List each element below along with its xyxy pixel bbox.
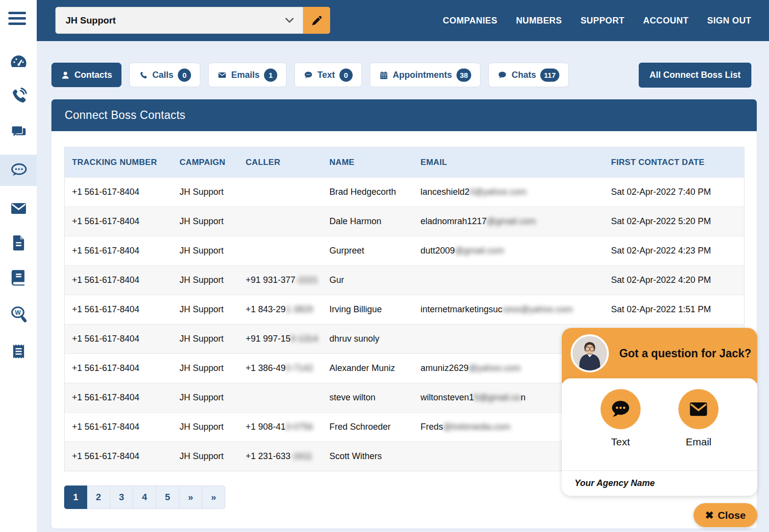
cell-email: eladnomrah1217@gmail.com	[413, 207, 604, 236]
cell-caller: +1 908-413-0756	[239, 413, 322, 442]
page-button-1[interactable]: 1	[64, 486, 87, 509]
sidebar-item-text-sms[interactable]	[0, 155, 37, 186]
sidebar-item-chat-messages[interactable]	[0, 117, 37, 147]
all-connect-boss-list-button[interactable]: All Connect Boss List	[639, 63, 751, 88]
panel-title: Connect Boss Contacts	[51, 99, 757, 131]
page-button-4[interactable]: 4	[133, 486, 156, 509]
table-row[interactable]: +1 561-617-8404JH Support+91 931-377-222…	[65, 266, 745, 295]
calendar-icon	[379, 70, 388, 80]
table-row[interactable]: +1 561-617-8404JH SupportGurpreetdutt200…	[65, 236, 745, 266]
cell-name: Dale Harmon	[322, 207, 413, 236]
cell-name: Alexander Muniz	[322, 354, 413, 383]
tab-badge: 1	[264, 69, 277, 82]
company-select[interactable]: JH Support	[55, 7, 303, 34]
tab-chats[interactable]: Chats 117	[488, 63, 568, 87]
chevron-down-icon	[285, 18, 294, 23]
email-action-label: Email	[686, 436, 712, 448]
cell-name: Scott Withers	[322, 442, 413, 471]
chat-widget-title: Got a question for Jack?	[617, 328, 754, 379]
sidebar-item-contacts-book[interactable]	[0, 262, 37, 292]
cell-campaign: JH Support	[172, 295, 239, 324]
nav-support[interactable]: SUPPORT	[580, 16, 625, 26]
edit-company-button[interactable]	[303, 7, 330, 34]
tab-badge: 38	[457, 69, 472, 82]
col-first-contact-date: FIRST CONTACT DATE	[604, 147, 745, 178]
agency-name: Your Agency Name	[562, 470, 757, 496]
cell-campaign: JH Support	[172, 413, 239, 442]
sidebar-item-dashboard[interactable]	[0, 47, 37, 76]
page-button-3[interactable]: 3	[110, 486, 133, 509]
envelope-icon	[688, 398, 709, 420]
page-button-»[interactable]: »	[202, 486, 225, 509]
cell-caller	[239, 236, 322, 266]
page-button-2[interactable]: 2	[87, 486, 110, 509]
tab-label: Text	[317, 70, 335, 80]
tab-contacts[interactable]: Contacts	[51, 63, 121, 87]
cell-tracking-number: +1 561-617-8404	[65, 178, 172, 207]
chat-widget-header: Got a question for Jack?	[562, 328, 757, 383]
cell-caller	[239, 207, 322, 236]
col-email: EMAIL	[413, 147, 604, 178]
top-navigation: COMPANIES NUMBERS SUPPORT ACCOUNT SIGN O…	[443, 0, 751, 41]
book-icon	[9, 268, 28, 286]
cell-name: Fred Schroeder	[322, 413, 413, 442]
chat-close-button[interactable]: ✖ Close	[694, 503, 757, 527]
tab-appointments[interactable]: Appointments 38	[370, 63, 481, 87]
cell-caller	[239, 383, 322, 413]
hamburger-menu-icon[interactable]	[8, 12, 28, 29]
cell-caller: +91 931-377-2221	[239, 266, 322, 295]
cell-date: Sat 02-Apr-2022 4:23 PM	[604, 236, 745, 266]
tab-emails[interactable]: Emails 1	[208, 63, 287, 87]
col-tracking-number: TRACKING NUMBER	[65, 147, 172, 178]
cell-tracking-number: +1 561-617-8404	[65, 236, 172, 266]
phone-icon	[139, 70, 148, 80]
cell-email: dutt2009@gmail.com	[413, 236, 604, 266]
sms-bubble-icon	[9, 161, 28, 180]
page-button-»[interactable]: »	[179, 486, 202, 509]
app-window: JH Support COMPANIES NUMBERS SUPPORT ACC…	[0, 0, 769, 532]
cell-email: internetmarketingsuccess@yahoo.com	[413, 295, 604, 324]
keyword-search-icon: W	[9, 305, 28, 324]
cell-email	[413, 266, 604, 295]
cell-name: Gur	[322, 266, 413, 295]
chat-actions: Text Email	[562, 389, 757, 448]
cell-caller	[239, 178, 322, 207]
sms-bubble-icon	[304, 70, 313, 80]
cell-caller: +1 386-490-7142	[239, 354, 322, 383]
table-row[interactable]: +1 561-617-8404JH Support+1 843-291-3829…	[65, 295, 745, 324]
tab-text[interactable]: Text 0	[294, 63, 362, 87]
envelope-icon	[9, 199, 28, 218]
nav-account[interactable]: ACCOUNT	[643, 16, 689, 26]
svg-text:W: W	[15, 309, 21, 316]
chat-action-email[interactable]: Email	[678, 389, 719, 448]
sidebar-item-calls[interactable]	[0, 81, 37, 111]
cell-caller: +91 997-150-1314	[239, 324, 322, 354]
cell-campaign: JH Support	[172, 207, 239, 236]
tab-calls[interactable]: Calls 0	[129, 63, 200, 87]
chat-bubble-icon	[610, 398, 631, 420]
jack-avatar	[571, 334, 609, 372]
nav-companies[interactable]: COMPANIES	[443, 16, 497, 26]
cell-name: dhruv sunoly	[322, 324, 413, 354]
sidebar-item-keyword-search[interactable]: W	[0, 300, 37, 329]
text-action-circle	[601, 389, 641, 429]
page-button-5[interactable]: 5	[156, 486, 179, 509]
cell-caller: +1 231-633-1611	[239, 442, 322, 471]
top-header-bar: JH Support COMPANIES NUMBERS SUPPORT ACC…	[37, 0, 769, 41]
cell-date: Sat 02-Apr-2022 4:20 PM	[604, 266, 745, 295]
table-row[interactable]: +1 561-617-8404JH SupportDale Harmonelad…	[65, 207, 745, 236]
cell-name: Brad Hedgecorth	[322, 178, 413, 207]
receipt-icon	[9, 342, 28, 361]
cell-tracking-number: +1 561-617-8404	[65, 413, 172, 442]
sidebar-item-documents[interactable]	[0, 228, 37, 257]
chat-action-text[interactable]: Text	[601, 389, 641, 448]
company-select-value: JH Support	[66, 15, 116, 26]
table-row[interactable]: +1 561-617-8404JH SupportBrad Hedgecorth…	[65, 178, 745, 207]
nav-sign-out[interactable]: SIGN OUT	[707, 16, 751, 26]
chat-widget-body: Text Email Your Agency Name	[562, 378, 757, 496]
nav-numbers[interactable]: NUMBERS	[516, 16, 562, 26]
sidebar-item-billing-receipt[interactable]	[0, 337, 37, 366]
sidebar-item-email[interactable]	[0, 194, 37, 223]
comments-icon	[9, 123, 28, 141]
company-select-group: JH Support	[55, 7, 330, 34]
